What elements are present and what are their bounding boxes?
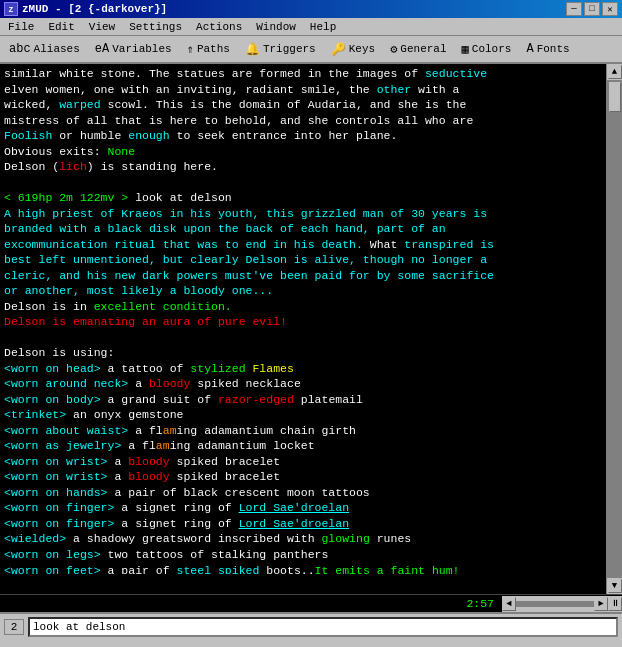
menu-help[interactable]: Help [304, 20, 342, 34]
scrollbar: ▲ ▼ [606, 64, 622, 594]
input-label: 2 [4, 619, 24, 635]
menu-edit[interactable]: Edit [42, 20, 80, 34]
menu-actions[interactable]: Actions [190, 20, 248, 34]
time-display: 2:57 [458, 597, 502, 610]
toolbar-aliases[interactable]: abc Aliases [2, 38, 87, 60]
toolbar-colors[interactable]: ▦ Colors [455, 38, 519, 60]
terminal-line-1: similar white stone. The statues are for… [4, 66, 588, 82]
terminal-line-8 [4, 175, 588, 191]
terminal-line-33: <worn on feet> a pair of steel spiked bo… [4, 563, 588, 575]
terminal-line-14: cleric, and his new dark powers must've … [4, 268, 588, 284]
toolbar-paths[interactable]: ⇑ Paths [180, 38, 237, 60]
variables-label: Variables [112, 43, 171, 55]
terminal-line-28: <worn on hands> a pair of black crescent… [4, 485, 588, 501]
hscroll-pause-button[interactable]: ⏸ [608, 597, 622, 611]
aliases-icon: abc [9, 42, 31, 56]
hscroll-right-button[interactable]: ► [594, 597, 608, 611]
command-input[interactable] [28, 617, 618, 637]
hscrollbar: ◄ ► ⏸ [502, 596, 622, 612]
close-button[interactable]: ✕ [602, 2, 618, 16]
terminal-line-23: <trinket> an onyx gemstone [4, 407, 588, 423]
hscroll-left-button[interactable]: ◄ [502, 597, 516, 611]
terminal-line-5: Foolish or humble enough to seek entranc… [4, 128, 588, 144]
terminal-line-11: branded with a black disk upon the back … [4, 221, 588, 237]
scroll-up-button[interactable]: ▲ [608, 65, 622, 79]
terminal-line-30: <worn on finger> a signet ring of Lord S… [4, 516, 588, 532]
app-icon: Z [4, 2, 18, 16]
toolbar-variables[interactable]: eA Variables [88, 38, 179, 60]
terminal-line-3: wicked, warped scowl. This is the domain… [4, 97, 588, 113]
keys-icon: 🔑 [331, 42, 346, 57]
paths-icon: ⇑ [187, 42, 194, 57]
title-bar: Z zMUD - [2 {-darkover}] ─ □ ✕ [0, 0, 622, 18]
terminal-line-16: Delson is in excellent condition. [4, 299, 588, 315]
scroll-down-button[interactable]: ▼ [608, 579, 622, 593]
terminal-line-29: <worn on finger> a signet ring of Lord S… [4, 500, 588, 516]
terminal-line-19: Delson is using: [4, 345, 588, 361]
terminal-line-27: <worn on wrist> a bloody spiked bracelet [4, 469, 588, 485]
triggers-icon: 🔔 [245, 42, 260, 57]
terminal-line-10: A high priest of Kraeos in his youth, th… [4, 206, 588, 222]
scroll-track [607, 80, 622, 578]
toolbar-fonts[interactable]: A Fonts [519, 38, 576, 60]
bottom-status-bar: 2:57 ◄ ► ⏸ [0, 594, 622, 612]
terminal-line-12: excommunication ritual that was to end i… [4, 237, 588, 253]
menu-bar: File Edit View Settings Actions Window H… [0, 18, 622, 36]
hscroll-track [516, 601, 594, 607]
terminal-line-25: <worn as jewelry> a flaming adamantium l… [4, 438, 588, 454]
maximize-button[interactable]: □ [584, 2, 600, 16]
terminal-line-4: mistress of all that is here to behold, … [4, 113, 588, 129]
scroll-thumb[interactable] [609, 82, 621, 112]
variables-icon: eA [95, 42, 109, 56]
minimize-button[interactable]: ─ [566, 2, 582, 16]
fonts-label: Fonts [537, 43, 570, 55]
general-icon: ⚙ [390, 42, 397, 57]
toolbar: abc Aliases eA Variables ⇑ Paths 🔔 Trigg… [0, 36, 622, 64]
aliases-label: Aliases [34, 43, 80, 55]
fonts-icon: A [526, 42, 533, 56]
menu-view[interactable]: View [83, 20, 121, 34]
input-area: 2 [0, 612, 622, 640]
terminal: similar white stone. The statues are for… [0, 64, 606, 594]
terminal-line-31: <wielded> a shadowy greatsword inscribed… [4, 531, 588, 547]
app-window: Z zMUD - [2 {-darkover}] ─ □ ✕ File Edit… [0, 0, 622, 640]
general-label: General [400, 43, 446, 55]
terminal-line-9: < 619hp 2m 122mv > look at delson [4, 190, 588, 206]
terminal-line-7: Delson (lich) is standing here. [4, 159, 588, 175]
terminal-line-6: Obvious exits: None [4, 144, 588, 160]
colors-icon: ▦ [462, 42, 469, 57]
menu-file[interactable]: File [2, 20, 40, 34]
terminal-line-2: elven women, one with an inviting, radia… [4, 82, 588, 98]
terminal-line-24: <worn about waist> a flaming adamantium … [4, 423, 588, 439]
terminal-line-20: <worn on head> a tattoo of stylized Flam… [4, 361, 588, 377]
terminal-content: similar white stone. The statues are for… [4, 66, 588, 574]
colors-label: Colors [472, 43, 512, 55]
terminal-line-17: Delson is emanating an aura of pure evil… [4, 314, 588, 330]
terminal-line-13: best left unmentioned, but clearly Delso… [4, 252, 588, 268]
paths-label: Paths [197, 43, 230, 55]
toolbar-general[interactable]: ⚙ General [383, 38, 453, 60]
toolbar-triggers[interactable]: 🔔 Triggers [238, 38, 323, 60]
keys-label: Keys [349, 43, 375, 55]
terminal-line-26: <worn on wrist> a bloody spiked bracelet [4, 454, 588, 470]
toolbar-keys[interactable]: 🔑 Keys [324, 38, 382, 60]
menu-settings[interactable]: Settings [123, 20, 188, 34]
terminal-line-18 [4, 330, 588, 346]
terminal-line-15: or another, most likely a bloody one... [4, 283, 588, 299]
menu-window[interactable]: Window [250, 20, 302, 34]
window-title: zMUD - [2 {-darkover}] [22, 3, 167, 15]
terminal-line-32: <worn on legs> two tattoos of stalking p… [4, 547, 588, 563]
triggers-label: Triggers [263, 43, 316, 55]
terminal-line-22: <worn on body> a grand suit of razor-edg… [4, 392, 588, 408]
terminal-line-21: <worn around neck> a bloody spiked neckl… [4, 376, 588, 392]
